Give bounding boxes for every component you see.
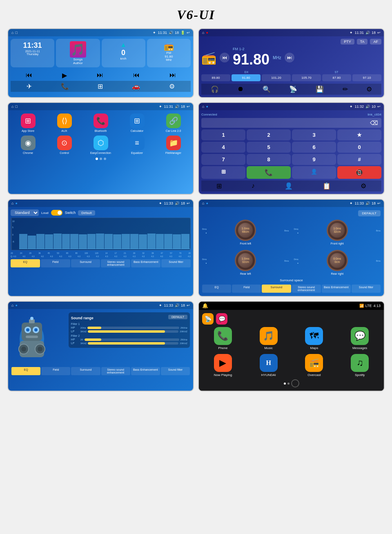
dot-1[interactable] [96,158,98,160]
s6-tab-surround[interactable]: Surround [262,285,291,293]
dot-2[interactable] [100,158,102,160]
phone-music-icon[interactable]: ♪ [252,182,255,190]
cp-app-overcast[interactable]: 📻 Overcast [294,354,335,377]
key-4[interactable]: 4 [201,142,245,153]
cp-app-phone[interactable]: 📞 Phone [202,327,244,350]
default-btn[interactable]: Default [78,210,95,216]
app-aux[interactable]: ⟨⟩ AUX [48,113,81,132]
app-easyconnection[interactable]: ⬡ EasyConnection [84,136,117,154]
end-call-btn[interactable]: 📵 [337,166,381,179]
cp-app-maps[interactable]: 🗺 Maps [294,327,335,350]
nav-btn[interactable]: ✈ [27,82,32,90]
preset-4[interactable]: 105.70 [292,74,321,81]
backspace-btn[interactable]: ⌫ [370,120,378,126]
app-chrome[interactable]: ◉ Chrome [11,136,45,154]
s6-tab-field[interactable]: Field [232,285,261,293]
af-btn[interactable]: AF [370,39,381,44]
cp-app-messages[interactable]: 💬 Messages [339,327,381,350]
phone-settings-icon[interactable]: ⚙ [361,182,366,190]
switch-label[interactable]: Switch [65,211,76,215]
app-appstore[interactable]: ⊞ App Store [11,113,45,132]
phone-dialpad-icon[interactable]: ⊞ [216,182,222,190]
cp-dot-2[interactable] [287,383,290,385]
app-calculator[interactable]: ⊞ Calculator [120,113,154,132]
fm-next-btn[interactable]: ⏭ [169,71,176,79]
knob-fl[interactable]: 1.0ms68cm [235,220,256,241]
prev-station-btn[interactable]: ⏮ [220,53,229,62]
app-carlink[interactable]: 🔗 Car Link 2.0 [157,113,190,132]
s6-tab-stereo[interactable]: Stereo sound enhancement [292,285,321,293]
key-star[interactable]: ★ [337,129,381,140]
s6-tab-eq[interactable]: EQ [202,285,231,293]
key-5[interactable]: 5 [247,142,291,153]
key-2[interactable]: 2 [247,129,291,140]
phone-recent-icon[interactable]: 📋 [323,182,331,190]
cp-app-hyundai[interactable]: H HYUNDAI [248,354,290,377]
search-icon[interactable]: 🔍 [263,85,271,93]
tab-surround[interactable]: Surround [71,259,100,267]
cp-app-music[interactable]: 🎵 Music [248,327,290,350]
pty-btn[interactable]: PTY [341,39,354,44]
radio-circle-icon[interactable]: 📡 [289,85,297,93]
preset-6[interactable]: 97.10 [352,74,381,81]
dot-3[interactable] [104,158,106,160]
prev-btn[interactable]: ⏮ [26,71,32,79]
s6-tab-filter[interactable]: Sound filter [352,285,381,293]
lp-slider-1[interactable] [88,330,178,333]
nav-widget[interactable]: ▲ 0 km/h [102,39,145,67]
s7-tab-surround[interactable]: Surround [71,367,100,375]
phone-contacts-icon[interactable]: 👤 [285,182,293,190]
key-6[interactable]: 6 [292,142,336,153]
s7-tab-eq[interactable]: EQ [11,367,40,375]
knob-fr[interactable]: 1.0ms32cm [327,220,348,241]
s7-tab-stereo[interactable]: Stereo sound enhancement [101,367,130,375]
carplay-messages-small[interactable]: 💬 [216,313,227,325]
settings-icon[interactable]: ⚙ [366,85,372,93]
surround-default-btn[interactable]: DEFAULT [358,210,381,216]
tab-eq[interactable]: EQ [11,259,40,267]
next-btn[interactable]: ⏭ [97,71,103,79]
key-1[interactable]: 1 [201,129,245,140]
preset-1[interactable]: 89.80 [201,74,230,81]
key-0[interactable]: 0 [337,142,381,153]
knob-rl[interactable]: 1.0ms32cm [235,250,256,271]
app-equalizer[interactable]: ≡ Equalizer [120,136,154,154]
call-btn[interactable]: 📞 [247,166,291,179]
cp-dot-1[interactable] [284,383,286,385]
tab-field[interactable]: Field [41,259,70,267]
cp-app-spotify[interactable]: ♫ Spotify [339,354,381,377]
preset-5[interactable]: 87.80 [322,74,351,81]
lp-slider-2[interactable] [88,342,178,345]
next-station-btn[interactable]: ⏭ [285,53,294,62]
key-9[interactable]: 9 [292,154,336,165]
music-widget[interactable]: 🎵 Songs Author [56,39,100,67]
edit-icon[interactable]: ✏ [343,85,348,93]
app-filemanager[interactable]: 📁 FileManager [157,136,190,154]
carplay-small-icon[interactable]: 📡 [202,313,214,325]
tab-bass[interactable]: Bass Enhancement [131,259,160,267]
settings-btn[interactable]: ⚙ [169,82,175,90]
knob-rr[interactable]: 0.0ms0cm [327,250,348,271]
s7-tab-filter[interactable]: Sound filter [161,367,190,375]
apps-btn[interactable]: ⊞ [98,82,103,90]
dial-input[interactable]: ⌫ [201,118,381,128]
s7-tab-field[interactable]: Field [41,367,70,375]
hp-slider-1[interactable] [87,327,179,329]
toggle-icon[interactable]: ⏺ [237,85,244,93]
carplay-home-btn[interactable] [291,379,299,387]
key-hash[interactable]: # [337,154,381,165]
dialpad-icon[interactable]: ⊞ [201,166,245,179]
tab-stereo[interactable]: Stereo sound enhancement [101,259,130,267]
play-btn[interactable]: ▶ [62,71,67,79]
sound-range-default-btn[interactable]: DEFAULT [168,315,187,319]
tab-filter[interactable]: Sound filter [161,259,191,267]
eq-preset-select[interactable]: Standard [11,209,39,216]
preset-3[interactable]: 101.20 [262,74,291,81]
app-control[interactable]: ⊙ Control [48,136,81,154]
cp-app-nowplaying[interactable]: ▶ Now Playing [202,354,244,377]
key-7[interactable]: 7 [201,154,245,165]
hp-slider-2[interactable] [85,338,179,341]
fm-prev-btn[interactable]: ⏮ [133,71,140,79]
ta-btn[interactable]: TA [357,39,368,44]
preset-2[interactable]: 91.80 [232,74,261,81]
